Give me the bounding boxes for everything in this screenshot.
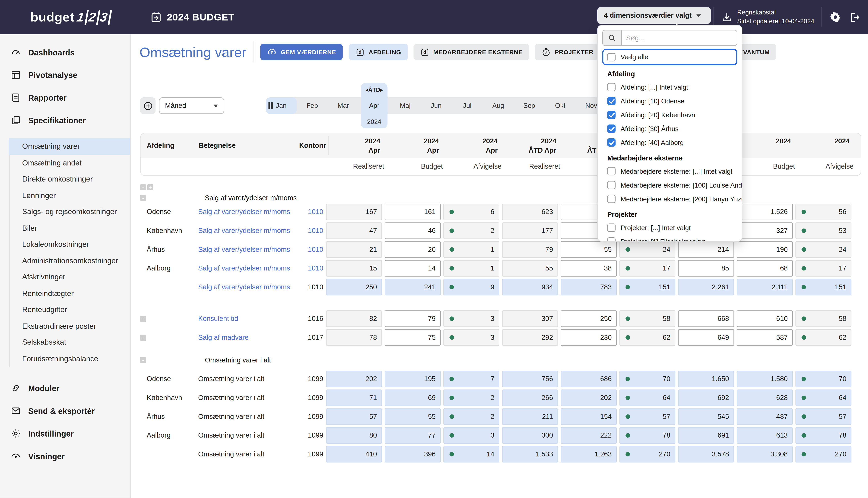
checkbox-icon[interactable] [607, 53, 616, 61]
sidebar-item-pivotanalyse[interactable]: Pivotanalyse [0, 64, 130, 86]
month-tab-mar[interactable]: Mar [328, 97, 359, 114]
budget-input-cell[interactable]: 20 [385, 241, 441, 258]
current-month-atd-pill[interactable]: ◂ÅTD▸Apr2024 [361, 83, 387, 128]
period-column-header[interactable]: 2024Apr [388, 136, 443, 155]
dimension-option[interactable]: Projekter: [...] Intet valgt [603, 221, 737, 235]
subcolumn-header-budget[interactable]: Budget [391, 163, 447, 170]
subcolumn-header-afvigelse[interactable]: Afvigelse [450, 163, 506, 170]
sidebar-subitem[interactable]: Omsætning varer [9, 139, 130, 155]
sidebar-subitem[interactable]: Ekstraordinære poster [10, 318, 130, 334]
budget-input-cell[interactable]: 214 [678, 241, 734, 258]
budget-input-cell[interactable]: 38 [561, 260, 617, 277]
checkbox-icon[interactable] [607, 124, 616, 133]
interval-select[interactable]: Måned [159, 97, 224, 114]
month-tab-jan[interactable]: Jan [265, 97, 297, 114]
dimension-option[interactable]: Afdeling: [30] Århus [603, 122, 737, 135]
month-tab-apr[interactable]: ◂ÅTD▸Apr2024 [359, 97, 390, 114]
collapse-group-button[interactable]: - [140, 195, 146, 201]
period-column-header[interactable]: 2024ÅTD Apr [505, 136, 561, 155]
budget-input-cell[interactable]: 587 [737, 329, 793, 346]
dimension-option[interactable]: Medarbejdere eksterne: [...] Intet valgt [603, 164, 737, 178]
sidebar-item-send-eksporter[interactable]: Send & eksportér [0, 399, 130, 422]
betegnelse-link[interactable]: Konsulent tid [198, 315, 292, 323]
budget-input-cell[interactable]: 327 [737, 223, 793, 239]
budget-input-cell[interactable]: 190 [737, 241, 793, 258]
sidebar-subitem[interactable]: Lokaleomkostninger [10, 236, 130, 252]
app-logo[interactable]: budget 123 [30, 10, 111, 25]
kontonr-link[interactable]: 1010 [292, 264, 323, 272]
sidebar-subitem[interactable]: Lønninger [10, 187, 130, 204]
expand-row-button[interactable]: + [140, 316, 146, 322]
select-all-option[interactable]: Vælg alle [603, 49, 737, 65]
month-tab-maj[interactable]: Maj [390, 97, 421, 114]
settings-gear-button[interactable] [829, 11, 841, 23]
dimension-option[interactable]: Medarbejdere eksterne: [100] Louise Ande… [603, 178, 737, 192]
checkbox-icon[interactable] [607, 237, 616, 242]
sidebar-subitem[interactable]: Administrationsomkostninger [10, 253, 130, 269]
sidebar-subitem[interactable]: Renteindtægter [10, 285, 130, 301]
betegnelse-link[interactable]: Salg af varer/ydelser m/moms [198, 246, 292, 253]
budget-input-cell[interactable]: 55 [561, 241, 617, 258]
kontonr-link[interactable]: 1010 [292, 208, 323, 216]
month-tab-feb[interactable]: Feb [297, 97, 328, 114]
sidebar-subitem[interactable]: Afskrivninger [10, 269, 130, 285]
sidebar-item-dashboards[interactable]: Dashboards [0, 41, 130, 64]
dimension-option[interactable]: Afdeling: [20] København [603, 108, 737, 122]
budget-input-cell[interactable]: 649 [678, 329, 734, 346]
col-header-kontonr[interactable]: Kontonr [293, 142, 326, 149]
budget-input-cell[interactable]: 230 [561, 329, 617, 346]
budget-input-cell[interactable]: 14 [385, 260, 441, 277]
range-start-marker-icon[interactable] [269, 102, 273, 109]
sidebar-subitem[interactable]: Omsætning andet [10, 155, 130, 171]
sidebar-item-indstillinger[interactable]: Indstillinger [0, 422, 130, 445]
dimension-option[interactable]: Afdeling: [40] Aalborg [603, 135, 737, 149]
checkbox-icon[interactable] [607, 139, 616, 147]
logout-icon-button[interactable] [849, 11, 860, 23]
subcolumn-header-realiseret[interactable]: Realiseret [509, 163, 565, 170]
period-column-header[interactable]: 2024 [740, 136, 795, 155]
budget-input-cell[interactable]: 75 [385, 329, 441, 346]
collapse-group-button[interactable]: - [140, 357, 146, 363]
col-header-betegnelse[interactable]: Betegnelse [199, 142, 293, 149]
sidebar-item-specifikationer[interactable]: Specifikationer [0, 109, 130, 132]
subcolumn-header-realiseret[interactable]: Realiseret [333, 163, 389, 170]
sidebar-subitem[interactable]: Renteudgifter [10, 302, 130, 318]
betegnelse-link[interactable]: Salg af varer/ydelser m/moms [198, 227, 292, 235]
budget-input-cell[interactable]: 68 [737, 260, 793, 277]
budget-input-cell[interactable]: 668 [678, 311, 734, 327]
atd-label[interactable]: ◂ÅTD▸ [365, 86, 383, 93]
period-column-header[interactable]: 2024Apr [446, 136, 502, 155]
sidebar-item-rapporter[interactable]: Rapporter [0, 86, 130, 109]
betegnelse-link[interactable]: Salg af varer/ydelser m/moms [198, 264, 292, 272]
sidebar-item-visninger[interactable]: Visninger [0, 445, 130, 468]
budget-input-cell[interactable]: 161 [385, 204, 441, 220]
checkbox-icon[interactable] [607, 195, 616, 203]
checkbox-icon[interactable] [607, 167, 616, 175]
dimension-button-projekter[interactable]: PROJEKTER [535, 44, 600, 61]
sidebar-subitem[interactable]: Salgs- og rejseomkostninger [10, 204, 130, 220]
subcolumn-header-budget[interactable]: Budget [743, 163, 799, 170]
sidebar-subitem[interactable]: Direkte omkostninger [10, 171, 130, 187]
dimension-option[interactable]: Afdeling: [10] Odense [603, 94, 737, 108]
betegnelse-link[interactable]: Salg af varer/ydelser m/moms [198, 283, 292, 291]
checkbox-icon[interactable] [607, 97, 616, 105]
dimension-option[interactable]: Medarbejdere eksterne: [200] Hanyu Yuzur… [603, 192, 737, 206]
collapse-all-button[interactable]: - [140, 184, 146, 190]
dimension-button-afdeling[interactable]: dAFDELING [349, 44, 408, 61]
betegnelse-link[interactable]: Salg af madvare [198, 333, 292, 341]
period-column-header[interactable]: 2024Apr [329, 136, 385, 155]
budget-input-cell[interactable]: 46 [385, 223, 441, 239]
month-tab-aug[interactable]: Aug [483, 97, 514, 114]
expand-row-button[interactable]: + [140, 335, 146, 341]
budget-input-cell[interactable]: 250 [561, 311, 617, 327]
dimension-values-dropdown-trigger[interactable]: 4 dimensionsværdier valgt [597, 7, 711, 24]
sidebar-item-moduler[interactable]: Moduler [0, 377, 130, 399]
checkbox-icon[interactable] [607, 110, 616, 119]
dimension-button-medarbejdere-eksterne[interactable]: dMEDARBEJDERE EKSTERNE [413, 44, 529, 61]
kontonr-link[interactable]: 1010 [292, 246, 323, 253]
data-refresh[interactable]: Regnskabstal Sidst opdateret 10-04-2024 [721, 9, 814, 26]
checkbox-icon[interactable] [607, 83, 616, 91]
month-tab-sep[interactable]: Sep [514, 97, 545, 114]
month-tab-jul[interactable]: Jul [452, 97, 483, 114]
search-input[interactable] [621, 30, 737, 46]
